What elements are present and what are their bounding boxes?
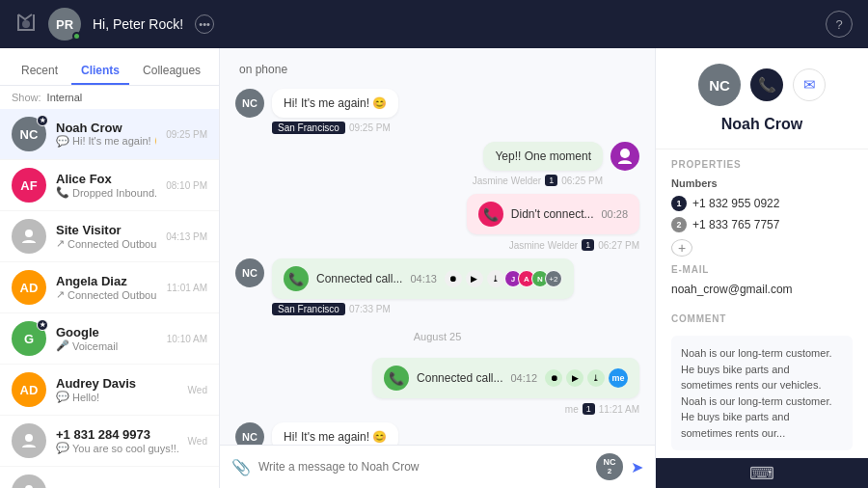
message-meta: Jasmine Welder 1 06:25 PM [473,175,603,186]
avatar: G ★ [12,321,46,356]
message-meta: San Francisco 07:33 PM [272,303,574,315]
message-row: 📞 Connected call... 04:12 ⏺ ▶ ⤓ me me 1 … [235,358,639,415]
contact-name: Google [56,325,157,339]
play-icon[interactable]: ▶ [566,369,583,387]
contact-preview: ↗ Connected Outboun... [56,288,157,301]
help-button[interactable]: ? [826,11,853,38]
avatar [610,142,639,171]
phone-number-1[interactable]: +1 832 955 0922 [692,197,779,210]
star-badge: ★ [37,115,48,126]
message-input[interactable] [258,460,588,474]
number-row: 1 +1 832 955 0922 [656,193,868,214]
add-number-button[interactable]: + [671,239,692,257]
download-icon[interactable]: ⤓ [487,270,504,287]
connected-call-bubble: 📞 Connected call... 04:13 ⏺ ▶ ⤓ J A N +2 [272,258,574,299]
location-tag: San Francisco [272,303,345,315]
contact-info: Google 🎤 Voicemail [56,325,157,352]
list-item[interactable]: AD Angela Diaz ↗ Connected Outboun... 11… [0,262,219,313]
message-row: Yep!! One moment Jasmine Welder 1 06:25 … [235,142,639,186]
right-panel: NC 📞 ✉ Noah Crow PROPERTIES Numbers 1 +1… [656,48,868,488]
contact-info: Audrey Davis 💬 Hello! [56,376,178,403]
chat-input-area: 📎 NC 2 ➤ [220,445,655,488]
app-logo [15,12,37,38]
preview-icon: ↗ [56,237,65,250]
avatar: NC ★ [12,117,46,151]
participants-avatars: J A N +2 [508,270,562,287]
tab-clients[interactable]: Clients [71,58,129,85]
list-item[interactable]: G ★ Google 🎤 Voicemail 10:10 AM [0,313,219,365]
message-meta: San Francisco 09:25 PM [272,122,398,134]
main-layout: Recent Clients Colleagues Show: Internal… [0,48,868,488]
connected-call-bubble: 📞 Connected call... 04:12 ⏺ ▶ ⤓ me [372,358,639,398]
dialpad-icon[interactable]: ⌨ [749,463,774,484]
contact-info: +1 161 653 9186 [56,485,207,489]
email-value[interactable]: noah_crow@gmail.com [656,279,868,304]
email-button[interactable]: ✉ [793,68,826,101]
call-message: 📞 Didn't connect... 00:28 Jasmine Welder… [235,194,639,251]
contact-time: 10:10 AM [167,334,207,344]
list-item[interactable]: +1 831 284 9973 💬 You are so cool guys!!… [0,416,219,467]
tab-colleagues[interactable]: Colleagues [133,58,210,85]
profile-avatar-row: NC 📞 ✉ [698,64,826,106]
list-item[interactable]: NC ★ Noah Crow 💬 Hi! It's me again! 😊 09… [0,109,219,160]
preview-icon: ↗ [56,288,65,301]
avatar: AD [12,270,46,305]
info-icon[interactable]: ••• [195,14,214,34]
attach-button[interactable]: 📎 [231,458,251,476]
avatar: NC [235,422,264,445]
avatar [12,423,46,458]
recipient-badge: NC 2 [596,453,623,480]
list-item[interactable]: AF Alice Fox 📞 Dropped Inbound... 08:10 … [0,160,219,211]
contact-name: Site Visitor [56,223,156,237]
show-value[interactable]: Internal [47,92,83,103]
show-filter-row: Show: Internal [0,86,219,109]
call-icon: 📞 [384,366,409,391]
contact-info: Angela Diaz ↗ Connected Outboun... [56,274,157,301]
list-item[interactable]: +1 161 653 9186 [0,467,219,488]
contact-list: NC ★ Noah Crow 💬 Hi! It's me again! 😊 09… [0,109,219,488]
call-icon: 📞 [284,266,309,291]
contact-time: 08:10 PM [166,180,207,191]
contact-info: Alice Fox 📞 Dropped Inbound... [56,172,156,199]
message-bubble: Hi! It's me again! 😊 [272,422,398,445]
call-controls: ⏺ ▶ ⤓ me [545,368,628,388]
num-badge: 1 [545,175,557,186]
contact-preview: 💬 Hi! It's me again! 😊 [56,135,156,148]
tab-recent[interactable]: Recent [12,58,68,85]
contact-preview: ↗ Connected Outboun... [56,237,156,250]
more-count: +2 [545,270,562,287]
number-badge-2: 2 [671,217,687,232]
message-row: NC 📞 Connected call... 04:13 ⏺ ▶ ⤓ J A [235,258,639,315]
svg-point-0 [22,20,30,28]
show-label: Show: [12,92,41,103]
top-nav: PR Hi, Peter Rock! ••• ? [0,0,868,48]
record-icon[interactable]: ⏺ [445,270,462,287]
profile-name: Noah Crow [721,116,802,133]
location-tag: San Francisco [272,122,345,134]
call-button[interactable]: 📞 [750,68,783,101]
number-badge-1: 1 [671,196,687,211]
message-bubble: Yep!! One moment [483,142,603,171]
contact-name: +1 831 284 9973 [56,427,178,442]
play-icon[interactable]: ▶ [466,270,483,287]
left-sidebar: Recent Clients Colleagues Show: Internal… [0,48,220,488]
comment-section-title: COMMENT [656,304,868,328]
send-button[interactable]: ➤ [631,458,643,476]
list-item[interactable]: AD Audrey Davis 💬 Hello! Wed [0,365,219,416]
avatar [12,219,46,254]
preview-icon: 💬 [56,391,69,403]
list-item[interactable]: Site Visitor ↗ Connected Outboun... 04:1… [0,211,219,262]
comment-text[interactable]: Noah is our long-term customer. He buys … [671,336,853,450]
contact-name: Angela Diaz [56,274,157,288]
contact-preview: 💬 Hello! [56,391,178,403]
contact-name: Audrey Davis [56,376,178,391]
record-icon[interactable]: ⏺ [545,369,562,387]
message-bubble: Hi! It's me again! 😊 [272,89,398,118]
num-badge: 1 [582,239,594,251]
preview-icon: 💬 [56,135,69,148]
avatar: AD [12,372,46,407]
phone-number-2[interactable]: +1 833 765 7757 [692,218,779,231]
preview-icon: 📞 [56,186,69,199]
user-avatar[interactable]: PR [48,8,81,41]
download-icon[interactable]: ⤓ [587,369,605,387]
